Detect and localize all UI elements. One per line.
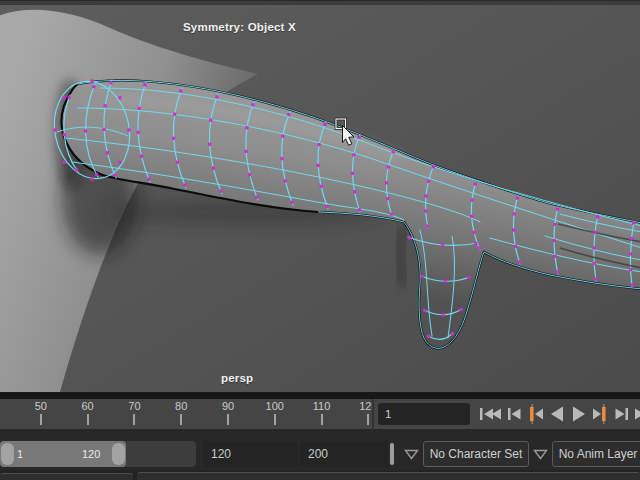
mesh-vertex[interactable] — [280, 157, 283, 160]
mesh-vertex[interactable] — [219, 190, 222, 193]
viewport-canvas[interactable] — [0, 0, 640, 392]
mesh-vertex[interactable] — [248, 173, 251, 176]
mesh-vertex[interactable] — [320, 185, 323, 188]
mesh-vertex[interactable] — [630, 283, 633, 286]
mesh-vertex[interactable] — [596, 215, 599, 218]
mesh-vertex[interactable] — [427, 180, 430, 183]
mesh-vertex[interactable] — [143, 83, 146, 86]
step-forward-one-key-button[interactable] — [592, 404, 610, 424]
mesh-vertex[interactable] — [441, 243, 444, 246]
mesh-vertex[interactable] — [287, 113, 290, 116]
mesh-vertex[interactable] — [473, 231, 476, 234]
mesh-vertex[interactable] — [424, 210, 427, 213]
mesh-vertex[interactable] — [352, 153, 355, 156]
mesh-vertex[interactable] — [424, 309, 427, 312]
mesh-vertex[interactable] — [474, 242, 477, 245]
mesh-vertex[interactable] — [553, 223, 556, 226]
mesh-vertex[interactable] — [385, 181, 388, 184]
mesh-vertex[interactable] — [183, 184, 186, 187]
mesh-vertex[interactable] — [512, 229, 515, 232]
mesh-vertex[interactable] — [427, 335, 430, 338]
mesh-vertex[interactable] — [553, 255, 556, 258]
mesh-vertex[interactable] — [68, 96, 71, 99]
step-back-one-frame-button[interactable] — [506, 404, 522, 424]
play-backwards-button[interactable] — [548, 404, 566, 424]
animation-end-time-field[interactable]: 200 — [300, 441, 388, 467]
time-slider[interactable]: 405060708090100110120 — [0, 399, 372, 429]
mesh-vertex[interactable] — [208, 143, 211, 146]
mesh-vertex[interactable] — [104, 104, 107, 107]
anim-layer-menu[interactable]: No Anim Layer — [552, 441, 640, 467]
mesh-vertex[interactable] — [284, 179, 287, 182]
mesh-vertex[interactable] — [323, 123, 326, 126]
mesh-vertex[interactable] — [392, 150, 395, 153]
mesh-vertex[interactable] — [212, 167, 215, 170]
mesh-vertex[interactable] — [84, 129, 87, 132]
mesh-vertex[interactable] — [514, 245, 517, 248]
anim-layer-menu-arrow[interactable] — [533, 449, 548, 460]
mesh-vertex[interactable] — [106, 151, 109, 154]
character-set-menu[interactable]: No Character Set — [423, 441, 529, 467]
mesh-vertex[interactable] — [432, 165, 435, 168]
mesh-vertex[interactable] — [513, 212, 516, 215]
mesh-vertex[interactable] — [137, 131, 140, 134]
mesh-vertex[interactable] — [516, 196, 519, 199]
mesh-vertex[interactable] — [353, 190, 356, 193]
mesh-vertex[interactable] — [459, 308, 462, 311]
mesh-vertex[interactable] — [95, 173, 98, 176]
mesh-vertex[interactable] — [470, 215, 473, 218]
mesh-vertex[interactable] — [594, 231, 597, 234]
mesh-vertex[interactable] — [138, 107, 141, 110]
mesh-vertex[interactable] — [478, 247, 481, 250]
mesh-vertex[interactable] — [90, 177, 93, 180]
range-slider[interactable]: 1 120 — [0, 441, 196, 467]
mesh-vertex[interactable] — [442, 313, 445, 316]
mesh-vertex[interactable] — [173, 113, 176, 116]
mesh-vertex[interactable] — [215, 95, 218, 98]
go-to-playback-end-button[interactable] — [634, 404, 640, 424]
mesh-vertex[interactable] — [63, 96, 66, 99]
mesh-vertex[interactable] — [75, 168, 78, 171]
mesh-vertex[interactable] — [179, 89, 182, 92]
mesh-vertex[interactable] — [390, 213, 393, 216]
viewport-panel[interactable]: Symmetry: Object X persp — [0, 0, 640, 392]
mesh-vertex[interactable] — [140, 155, 143, 158]
mesh-vertex[interactable] — [209, 119, 212, 122]
mesh-vertex[interactable] — [351, 172, 354, 175]
mesh-vertex[interactable] — [387, 165, 390, 168]
step-forward-one-frame-button[interactable] — [614, 404, 630, 424]
mesh-vertex[interactable] — [470, 198, 473, 201]
mesh-vertex[interactable] — [629, 252, 632, 255]
mesh-vertex[interactable] — [408, 236, 411, 239]
mesh-vertex[interactable] — [386, 197, 389, 200]
mesh-vertex[interactable] — [326, 205, 329, 208]
play-forwards-button[interactable] — [570, 404, 588, 424]
mesh-vertex[interactable] — [109, 81, 112, 84]
mesh-vertex[interactable] — [556, 270, 559, 273]
mesh-vertex[interactable] — [426, 225, 429, 228]
mesh-vertex[interactable] — [118, 161, 121, 164]
mesh-vertex[interactable] — [251, 103, 254, 106]
playback-end-time-field[interactable]: 120 — [203, 441, 298, 467]
character-set-menu-arrow[interactable] — [404, 449, 419, 460]
mesh-vertex[interactable] — [147, 178, 150, 181]
mesh-vertex[interactable] — [317, 164, 320, 167]
mesh-vertex[interactable] — [172, 137, 175, 140]
mesh-vertex[interactable] — [451, 332, 454, 335]
range-start-handle[interactable] — [1, 443, 14, 465]
mesh-vertex[interactable] — [630, 237, 633, 240]
mesh-vertex[interactable] — [592, 246, 595, 249]
mesh-vertex[interactable] — [467, 276, 470, 279]
mesh-vertex[interactable] — [53, 128, 56, 131]
mesh-vertex[interactable] — [63, 161, 66, 164]
mesh-vertex[interactable] — [63, 133, 66, 136]
go-to-playback-start-button[interactable] — [478, 404, 502, 424]
mesh-vertex[interactable] — [629, 268, 632, 271]
mesh-vertex[interactable] — [632, 221, 635, 224]
step-back-one-key-button[interactable] — [526, 404, 544, 424]
mesh-vertex[interactable] — [118, 96, 121, 99]
mesh-vertex[interactable] — [518, 260, 521, 263]
mesh-vertex[interactable] — [474, 182, 477, 185]
mesh-vertex[interactable] — [90, 79, 93, 82]
mesh-vertex[interactable] — [424, 194, 427, 197]
